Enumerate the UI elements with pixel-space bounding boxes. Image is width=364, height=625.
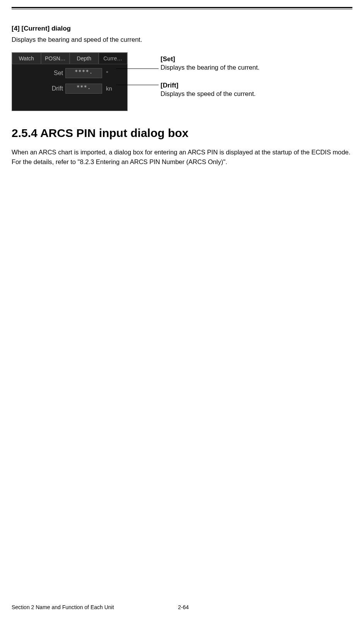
set-unit: ° [106,70,116,76]
set-label: Set [15,70,65,77]
footer-section-title: Section 2 Name and Function of Each Unit [12,604,178,610]
header-rule-thin [12,9,352,9]
tab-watch[interactable]: Watch [12,53,41,64]
section-heading-4-desc: Displays the bearing and speed of the cu… [12,35,352,45]
set-input[interactable]: ****. [65,68,102,78]
heading-2-5-4: 2.5.4 ARCS PIN input dialog box [12,127,352,140]
tab-posn[interactable]: POSN… [41,53,70,64]
drift-input[interactable]: ***. [65,84,102,94]
section-heading-4: [4] [Current] dialog [12,25,352,33]
set-row: Set ****. ° [15,68,124,78]
para-1: When an ARCS chart is imported, a dialog… [12,147,352,157]
dialog-body: Set ****. ° Drift ***. kn [12,64,127,111]
leader-line-drift [116,85,159,85]
tab-row: Watch POSN… Depth Curre… [12,53,127,64]
leader-line-set [116,68,159,69]
para-2: For the details, refer to "8.2.3 Enterin… [12,157,352,167]
annotation-set-title: [Set] [161,55,260,63]
tab-current[interactable]: Curre… [99,53,128,64]
annotation-drift-desc: Displays the speed of the current. [161,89,256,98]
figure-row: Watch POSN… Depth Curre… Set ****. ° Dri… [12,52,352,111]
drift-unit: kn [106,85,116,92]
annotation-drift-title: [Drift] [161,82,256,89]
annotation-set: [Set] Displays the bearing of the curren… [161,55,260,72]
drift-row: Drift ***. kn [15,84,124,94]
current-dialog: Watch POSN… Depth Curre… Set ****. ° Dri… [12,52,128,111]
header-rule-thick [12,7,352,8]
drift-label: Drift [15,85,65,92]
tab-depth[interactable]: Depth [70,53,99,64]
annotation-set-desc: Displays the bearing of the current. [161,63,260,72]
annotation-drift: [Drift] Displays the speed of the curren… [161,82,256,98]
footer-page-number: 2-64 [178,604,189,610]
page-footer: Section 2 Name and Function of Each Unit… [12,604,352,610]
